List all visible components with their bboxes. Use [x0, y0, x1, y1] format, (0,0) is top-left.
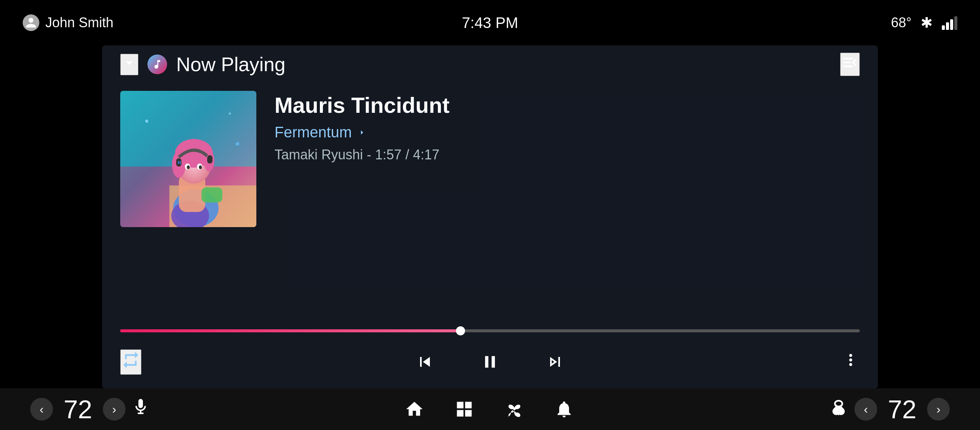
user-name: John Smith [45, 15, 113, 31]
left-temp-increase-button[interactable]: › [103, 398, 126, 420]
collapse-button[interactable] [120, 54, 138, 75]
temperature-display: 68° [891, 15, 912, 31]
svg-rect-12 [207, 155, 213, 163]
svg-point-17 [187, 165, 190, 169]
svg-point-20 [229, 112, 231, 115]
signal-icon [942, 16, 957, 30]
app-icon [148, 54, 167, 74]
rear-vent-icon[interactable] [829, 398, 848, 421]
right-temp-increase-button[interactable]: › [927, 398, 950, 420]
song-info: Mauris Tincidunt Fermentum Tamaki Ryushi… [275, 83, 860, 163]
svg-point-19 [145, 120, 148, 123]
left-temp-decrease-button[interactable]: ‹ [30, 398, 53, 420]
progress-dot[interactable] [456, 326, 465, 336]
nav-center [404, 399, 574, 419]
header-left: Now Playing [120, 53, 285, 76]
previous-button[interactable] [393, 346, 458, 378]
player-header: Now Playing [102, 45, 878, 83]
album-art: H [120, 91, 256, 227]
repeat-button[interactable] [120, 349, 142, 375]
svg-rect-14 [202, 187, 222, 203]
more-options-button[interactable] [842, 351, 860, 373]
pause-button[interactable] [458, 346, 522, 378]
progress-bar-fill [120, 329, 460, 332]
climate-right: ‹ 72 › [829, 395, 950, 424]
right-temp-decrease-button[interactable]: ‹ [854, 398, 877, 420]
bell-icon[interactable] [554, 399, 574, 419]
svg-point-18 [199, 165, 202, 169]
svg-text:H: H [178, 160, 181, 165]
right-temp-display: 72 [883, 395, 921, 424]
microphone-icon[interactable] [132, 398, 150, 420]
status-right: 68° ✱ [891, 14, 957, 31]
bluetooth-icon: ✱ [921, 14, 933, 31]
user-avatar-icon [23, 14, 39, 31]
song-artist-time: Tamaki Ryushi - 1:57 / 4:17 [275, 147, 860, 163]
player-controls [102, 338, 878, 388]
climate-left: ‹ 72 › [30, 395, 150, 424]
status-time: 7:43 PM [462, 14, 519, 31]
progress-bar-container[interactable] [102, 329, 878, 332]
home-icon[interactable] [404, 399, 424, 419]
status-bar: John Smith 7:43 PM 68° ✱ [0, 0, 980, 45]
next-button[interactable] [522, 346, 587, 378]
player-panel: Now Playing [102, 45, 878, 388]
progress-bar-track[interactable] [120, 329, 860, 332]
bottom-nav: ‹ 72 › [0, 388, 980, 430]
song-album: Fermentum [275, 124, 860, 141]
player-content: H Mauris Tincidunt Fermentum Tamaki [102, 83, 878, 329]
now-playing-title: Now Playing [176, 53, 285, 76]
fan-icon[interactable] [504, 399, 524, 419]
status-user: John Smith [23, 14, 113, 31]
song-title: Mauris Tincidunt [275, 92, 860, 118]
left-temp-display: 72 [59, 395, 97, 424]
svg-point-21 [235, 142, 239, 146]
queue-button[interactable] [840, 53, 860, 76]
grid-icon[interactable] [455, 399, 474, 419]
